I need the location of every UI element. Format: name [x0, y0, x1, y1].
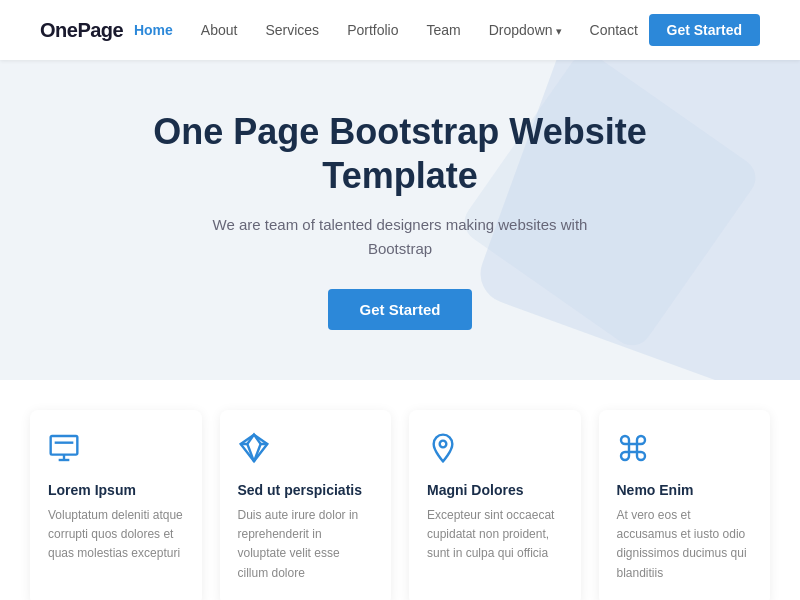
svg-point-7	[440, 441, 447, 448]
nav-services[interactable]: Services	[265, 22, 319, 38]
card-3-text: Excepteur sint occaecat cupidatat non pr…	[427, 506, 563, 564]
nav-cta-button[interactable]: Get Started	[649, 14, 760, 46]
svg-rect-0	[51, 436, 78, 455]
card-1-text: Voluptatum deleniti atque corrupti quos …	[48, 506, 184, 564]
nav-dropdown[interactable]: Dropdown	[489, 22, 562, 38]
cards-section: Lorem Ipsum Voluptatum deleniti atque co…	[0, 380, 800, 600]
hero-title: One Page Bootstrap Website Template	[120, 110, 680, 196]
card-2-text: Duis aute irure dolor in reprehenderit i…	[238, 506, 374, 583]
card-4: Nemo Enim At vero eos et accusamus et iu…	[599, 410, 771, 600]
hero-cta-button[interactable]: Get Started	[328, 289, 473, 330]
navbar: OnePage Home About Services Portfolio Te…	[0, 0, 800, 60]
card-1-title: Lorem Ipsum	[48, 482, 184, 498]
location-icon	[427, 432, 463, 468]
brand-logo[interactable]: OnePage	[40, 19, 123, 42]
nav-contact[interactable]: Contact	[590, 22, 638, 38]
card-1: Lorem Ipsum Voluptatum deleniti atque co…	[30, 410, 202, 600]
nav-team[interactable]: Team	[426, 22, 460, 38]
easel-icon	[48, 432, 84, 468]
nav-links: Home About Services Portfolio Team Dropd…	[134, 21, 638, 39]
card-3-title: Magni Dolores	[427, 482, 563, 498]
card-2: Sed ut perspiciatis Duis aute irure dolo…	[220, 410, 392, 600]
card-2-title: Sed ut perspiciatis	[238, 482, 374, 498]
diamond-icon	[238, 432, 274, 468]
nav-portfolio[interactable]: Portfolio	[347, 22, 398, 38]
card-4-text: At vero eos et accusamus et iusto odio d…	[617, 506, 753, 583]
nav-home[interactable]: Home	[134, 22, 173, 38]
hero-section: One Page Bootstrap Website Template We a…	[0, 60, 800, 380]
command-icon	[617, 432, 653, 468]
nav-about[interactable]: About	[201, 22, 238, 38]
hero-subtitle: We are team of talented designers making…	[210, 213, 590, 261]
card-4-title: Nemo Enim	[617, 482, 753, 498]
svg-marker-4	[240, 435, 267, 462]
card-3: Magni Dolores Excepteur sint occaecat cu…	[409, 410, 581, 600]
